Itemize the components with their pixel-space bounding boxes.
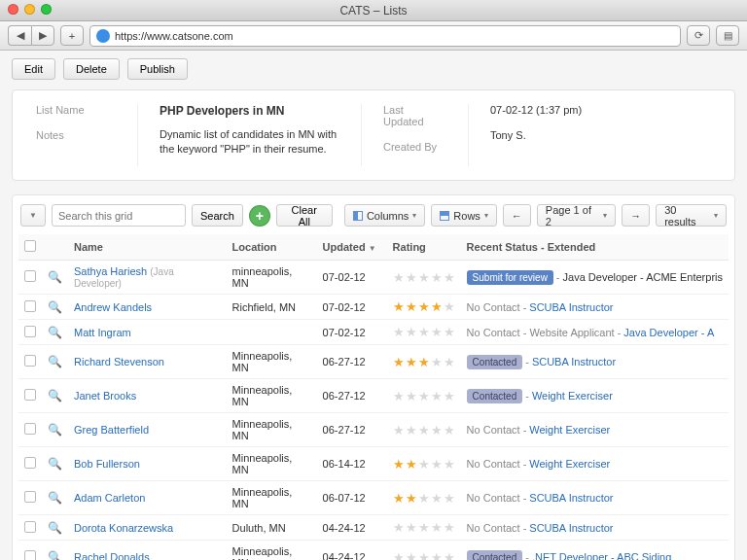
star-icon[interactable]: ★: [406, 325, 417, 339]
star-icon[interactable]: ★: [393, 325, 405, 339]
row-checkbox[interactable]: [24, 491, 36, 503]
star-icon[interactable]: ★: [418, 389, 430, 403]
col-rating[interactable]: Rating: [387, 234, 461, 261]
star-icon[interactable]: ★: [444, 355, 455, 369]
star-icon[interactable]: ★: [393, 491, 405, 506]
page-prev-button[interactable]: ←: [503, 204, 531, 227]
pager-dropdown[interactable]: Page 1 of 2▾: [537, 204, 616, 227]
add-bookmark-button[interactable]: +: [60, 25, 84, 46]
star-icon[interactable]: ★: [431, 491, 443, 506]
rating-stars[interactable]: ★★★★★: [393, 550, 455, 561]
star-icon[interactable]: ★: [418, 520, 430, 535]
status-extra-link[interactable]: Weight Exerciser: [529, 458, 610, 470]
star-icon[interactable]: ★: [418, 299, 430, 314]
star-icon[interactable]: ★: [418, 491, 430, 506]
star-icon[interactable]: ★: [431, 270, 443, 285]
candidate-name-link[interactable]: Bob Fullerson: [74, 458, 140, 470]
magnify-icon[interactable]: 🔍: [48, 457, 62, 471]
candidate-name-link[interactable]: Richard Stevenson: [74, 356, 164, 368]
star-icon[interactable]: ★: [431, 457, 443, 472]
star-icon[interactable]: ★: [406, 299, 417, 314]
status-extra-link[interactable]: SCUBA Instructor: [529, 301, 613, 313]
rating-stars[interactable]: ★★★★★: [393, 325, 455, 339]
candidate-name-link[interactable]: Dorota Konarzewska: [74, 522, 173, 534]
star-icon[interactable]: ★: [444, 299, 455, 314]
star-icon[interactable]: ★: [406, 550, 417, 561]
star-icon[interactable]: ★: [431, 299, 443, 314]
star-icon[interactable]: ★: [393, 389, 405, 403]
results-dropdown[interactable]: 30 results▾: [656, 204, 727, 227]
star-icon[interactable]: ★: [431, 325, 443, 339]
status-extra-link[interactable]: SCUBA Instructor: [529, 522, 613, 534]
row-checkbox[interactable]: [24, 355, 36, 367]
candidate-name-link[interactable]: Sathya Hariesh: [74, 265, 147, 277]
star-icon[interactable]: ★: [418, 423, 430, 438]
star-icon[interactable]: ★: [431, 520, 443, 535]
minimize-window-icon[interactable]: [24, 4, 35, 15]
row-checkbox[interactable]: [24, 550, 36, 560]
rating-stars[interactable]: ★★★★★: [393, 423, 455, 438]
search-button[interactable]: Search: [192, 204, 243, 227]
star-icon[interactable]: ★: [406, 270, 417, 285]
select-all-checkbox[interactable]: [24, 240, 36, 252]
star-icon[interactable]: ★: [393, 550, 405, 561]
row-checkbox[interactable]: [24, 389, 36, 401]
star-icon[interactable]: ★: [393, 423, 405, 438]
star-icon[interactable]: ★: [431, 550, 443, 561]
grid-menu-dropdown[interactable]: ▼: [20, 204, 46, 227]
status-extra-link[interactable]: SCUBA Instructor: [532, 356, 616, 368]
row-checkbox[interactable]: [24, 457, 36, 469]
col-updated[interactable]: Updated: [323, 241, 366, 253]
magnify-icon[interactable]: 🔍: [48, 270, 62, 284]
magnify-icon[interactable]: 🔍: [48, 423, 62, 437]
rows-dropdown[interactable]: Rows▾: [431, 204, 497, 227]
rating-stars[interactable]: ★★★★★: [393, 355, 455, 369]
star-icon[interactable]: ★: [406, 491, 417, 506]
search-input[interactable]: [52, 204, 186, 227]
magnify-icon[interactable]: 🔍: [48, 300, 62, 314]
star-icon[interactable]: ★: [406, 389, 417, 403]
star-icon[interactable]: ★: [406, 423, 417, 438]
reader-button[interactable]: ▤: [716, 25, 739, 46]
col-name[interactable]: Name: [68, 234, 227, 261]
page-next-button[interactable]: →: [622, 204, 650, 227]
candidate-name-link[interactable]: Greg Batterfield: [74, 424, 149, 436]
rating-stars[interactable]: ★★★★★: [393, 299, 455, 314]
row-checkbox[interactable]: [24, 521, 36, 533]
row-checkbox[interactable]: [24, 270, 36, 282]
magnify-icon[interactable]: 🔍: [48, 389, 62, 402]
star-icon[interactable]: ★: [444, 389, 455, 403]
columns-dropdown[interactable]: Columns▾: [344, 204, 425, 227]
candidate-name-link[interactable]: Andrew Kandels: [74, 301, 152, 313]
rating-stars[interactable]: ★★★★★: [393, 457, 455, 472]
star-icon[interactable]: ★: [393, 299, 405, 314]
candidate-name-link[interactable]: Rachel Donalds: [74, 551, 150, 560]
add-button[interactable]: +: [249, 205, 270, 227]
star-icon[interactable]: ★: [393, 270, 405, 285]
star-icon[interactable]: ★: [431, 389, 443, 403]
reload-button[interactable]: ⟳: [687, 25, 710, 46]
status-extra-link[interactable]: Weight Exerciser: [529, 424, 610, 436]
edit-button[interactable]: Edit: [12, 58, 55, 80]
star-icon[interactable]: ★: [444, 325, 455, 339]
star-icon[interactable]: ★: [444, 520, 455, 535]
rating-stars[interactable]: ★★★★★: [393, 520, 455, 535]
star-icon[interactable]: ★: [418, 550, 430, 561]
candidate-name-link[interactable]: Adam Carleton: [74, 492, 145, 504]
candidate-name-link[interactable]: Matt Ingram: [74, 327, 131, 338]
status-extra-link[interactable]: SCUBA Instructor: [529, 492, 613, 504]
star-icon[interactable]: ★: [406, 355, 417, 369]
magnify-icon[interactable]: 🔍: [48, 521, 62, 535]
forward-button[interactable]: ▶: [31, 25, 54, 46]
candidate-name-link[interactable]: Janet Brooks: [74, 390, 136, 402]
star-icon[interactable]: ★: [406, 520, 417, 535]
publish-button[interactable]: Publish: [127, 58, 188, 80]
magnify-icon[interactable]: 🔍: [48, 355, 62, 368]
star-icon[interactable]: ★: [393, 355, 405, 369]
status-extra-link[interactable]: Weight Exerciser: [532, 390, 613, 402]
status-extra-link[interactable]: .NET Developer - ABC Siding: [532, 551, 671, 561]
star-icon[interactable]: ★: [444, 550, 455, 561]
magnify-icon[interactable]: 🔍: [48, 326, 62, 339]
star-icon[interactable]: ★: [444, 491, 455, 506]
star-icon[interactable]: ★: [444, 270, 455, 285]
